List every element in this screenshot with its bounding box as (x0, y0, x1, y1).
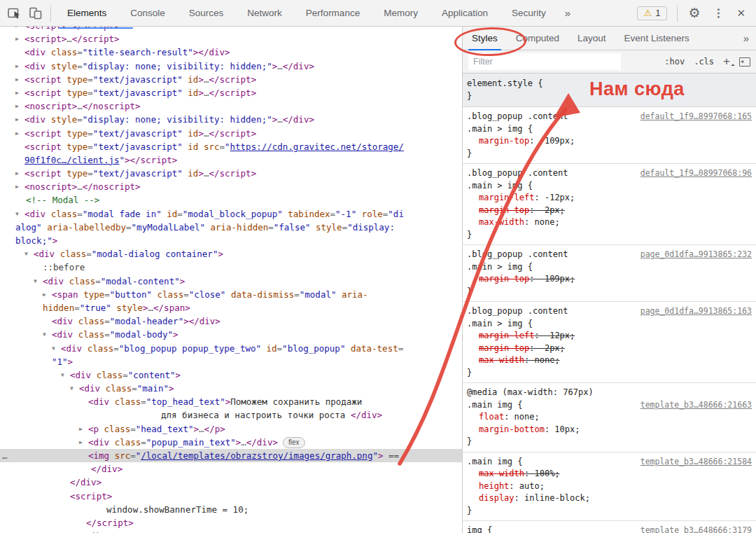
dom-tree-row[interactable]: ▶<p class="head_text">…</p> (0, 422, 462, 436)
css-property[interactable]: margin-top: -2px; (467, 205, 752, 217)
panel-divider[interactable] (462, 27, 463, 533)
tab-network[interactable]: Network (235, 0, 294, 27)
dom-tree-row[interactable]: window.showBannerTime = 10; (0, 503, 462, 516)
dom-tree-row[interactable]: ▼<div class="blog_popup popup_type_two" … (0, 342, 462, 355)
css-property-name[interactable]: margin-top (479, 274, 529, 284)
css-property[interactable]: margin-top: -2px; (467, 342, 752, 355)
dom-tree-row[interactable]: ::before (0, 261, 462, 274)
stylesheet-source-link[interactable]: template_b3…48666:21663 (640, 399, 752, 412)
css-property-value[interactable]: : -2px; (529, 343, 565, 353)
css-property-name[interactable]: margin-top (479, 343, 529, 353)
css-property-value[interactable]: : none; (524, 217, 560, 227)
css-selector-line[interactable]: .main > img { (467, 261, 752, 274)
css-property-name[interactable]: display (479, 493, 514, 503)
expand-arrow-icon[interactable]: ▶ (43, 288, 46, 301)
css-property-value[interactable]: : -109px; (529, 136, 575, 146)
dom-tree-row[interactable]: ▶<div style="display: none; visibility: … (0, 113, 462, 126)
dom-tree-row[interactable]: <script type="text/javascript" id src="h… (0, 140, 462, 153)
resource-link[interactable]: https://cdn.gravitec.net/storage/ (230, 141, 404, 152)
sidebar-dock-icon[interactable]: ◂ (739, 57, 750, 67)
dom-tree-row[interactable]: <!-- Modal --> (0, 193, 462, 207)
dom-tree-row[interactable]: для бизнеса и настроить точки роста </di… (0, 408, 462, 422)
css-selector-line[interactable]: page_0d1dfa…9913865:232.blog_popup .cont… (467, 249, 752, 261)
dom-tree-row[interactable]: <div class="modal-header"></div> (0, 314, 462, 328)
expand-arrow-icon[interactable]: ▶ (15, 180, 19, 193)
dom-tree-row[interactable]: ▶<div style="display: none; visibility: … (0, 60, 462, 73)
dom-tree-row[interactable]: ▶<noscript>…</noscript> (0, 99, 462, 113)
css-selector-line[interactable]: .main > img { (467, 318, 752, 331)
css-selector-line[interactable]: template_b3…648666:3179img { (467, 525, 752, 533)
tab-security[interactable]: Security (500, 0, 558, 27)
css-selector-line[interactable]: template_b3…48666:21584.main img { (467, 456, 752, 469)
more-sidebar-tabs-icon[interactable]: » (736, 32, 756, 44)
css-property[interactable]: max-width: 100%; (467, 468, 752, 480)
expand-arrow-icon[interactable]: ▶ (15, 86, 19, 99)
dom-tree-row[interactable]: alog" aria-labelledby="myModalLabel" ari… (0, 221, 462, 234)
tab-console[interactable]: Console (118, 0, 177, 27)
dom-tree-row[interactable]: ▼<div class="content"> (0, 368, 462, 382)
tab-sources[interactable]: Sources (177, 0, 236, 27)
close-devtools-icon[interactable]: ✕ (730, 7, 752, 20)
toggle-hover-state-button[interactable]: :hov (664, 57, 685, 67)
stylesheet-source-link[interactable]: page_0d1dfa…9913865:163 (640, 305, 752, 318)
collapse-arrow-icon[interactable]: ▼ (52, 342, 55, 355)
stylesheet-source-link[interactable]: page_0d1dfa…9913865:232 (640, 249, 752, 261)
collapse-arrow-icon[interactable]: ▼ (70, 382, 74, 395)
tab-layout[interactable]: Layout (568, 27, 615, 50)
css-selector-line[interactable]: .main > img { (467, 180, 752, 193)
flex-badge[interactable]: flex (283, 437, 305, 448)
tab-elements[interactable]: Elements (55, 0, 118, 27)
settings-gear-icon[interactable]: ⚙ (682, 5, 706, 21)
collapse-arrow-icon[interactable]: ▼ (34, 275, 37, 288)
new-style-rule-button[interactable]: + (723, 55, 730, 69)
css-selector-line[interactable]: template_b3…48666:21663.main img { (467, 399, 752, 412)
css-property-name[interactable]: margin-left (479, 193, 534, 202)
expand-arrow-icon[interactable]: ▶ (15, 27, 19, 32)
stylesheet-source-link[interactable]: template_b3…648666:3179 (640, 525, 752, 533)
expand-arrow-icon[interactable]: ▶ (15, 73, 19, 86)
dom-tree-row[interactable]: ▶<script type="text/javascript" id>…</sc… (0, 127, 462, 140)
dom-tree-row[interactable]: ▶<div class="popup_main_text">…</div>fle… (0, 436, 462, 449)
element-style-selector[interactable]: element.style (467, 78, 533, 88)
tab-memory[interactable]: Memory (372, 0, 430, 27)
css-property-name[interactable]: max-width (479, 217, 524, 227)
collapse-arrow-icon[interactable]: ▼ (61, 368, 64, 382)
element-style-section[interactable]: element.style { } (463, 74, 756, 107)
css-property-value[interactable]: : inline-block; (514, 493, 590, 503)
dom-tree-row[interactable]: ▶<script type="text/javascript" id>…</sc… (0, 86, 462, 99)
dom-tree-row[interactable]: ▼<div class="main"> (0, 382, 462, 395)
dom-tree-row[interactable]: ▶<span type="button" class="close" data-… (0, 288, 462, 301)
css-property-name[interactable]: margin-top (479, 136, 529, 146)
css-property-value[interactable]: : 100%; (524, 469, 560, 478)
dom-tree-row[interactable]: ▶<script type="text/javascript" id>…</sc… (0, 167, 462, 180)
dom-tree-row[interactable]: </div> (0, 476, 462, 489)
expand-arrow-icon[interactable]: ▶ (79, 422, 83, 436)
css-property[interactable]: margin-top: -109px; (467, 273, 752, 286)
row-overflow-dots[interactable]: … (2, 449, 8, 462)
css-selector-line[interactable]: .main > img { (467, 123, 752, 136)
media-query[interactable]: @media (max-width: 767px) (467, 387, 752, 399)
dom-tree-row[interactable]: block;"> (0, 234, 462, 247)
expand-arrow-icon[interactable]: ▶ (15, 113, 19, 126)
css-property[interactable]: height: auto; (467, 480, 752, 493)
dom-tree-row[interactable]: ▶<script type="text/javascript" id>…</sc… (0, 73, 462, 86)
tab-event-listeners[interactable]: Event Listeners (615, 27, 699, 50)
css-property-value[interactable]: : none; (524, 355, 560, 365)
collapse-arrow-icon[interactable]: ▼ (43, 328, 46, 341)
css-property[interactable]: max-width: none; (467, 216, 752, 229)
expand-arrow-icon[interactable]: ▶ (15, 167, 19, 180)
toggle-class-button[interactable]: .cls (694, 57, 714, 67)
collapse-arrow-icon[interactable]: ▼ (15, 207, 19, 221)
tab-performance[interactable]: Performance (294, 0, 372, 27)
css-property-value[interactable]: : auto; (509, 481, 545, 491)
css-property[interactable]: max-width: none; (467, 354, 752, 367)
inspect-element-icon[interactable] (4, 4, 25, 22)
dom-tree-row[interactable]: </script> (0, 516, 462, 529)
css-property-value[interactable]: : -12px; (534, 331, 575, 340)
tab-application[interactable]: Application (430, 0, 500, 27)
css-property-name[interactable]: float (479, 412, 504, 422)
css-selector-line[interactable]: default_1f9…08997068:96.blog_popup .cont… (467, 167, 752, 180)
expand-arrow-icon[interactable]: ▶ (15, 127, 19, 140)
dom-tree-row[interactable]: ▶<noscript>…</noscript> (0, 180, 462, 193)
collapse-arrow-icon[interactable]: ▼ (24, 247, 28, 261)
